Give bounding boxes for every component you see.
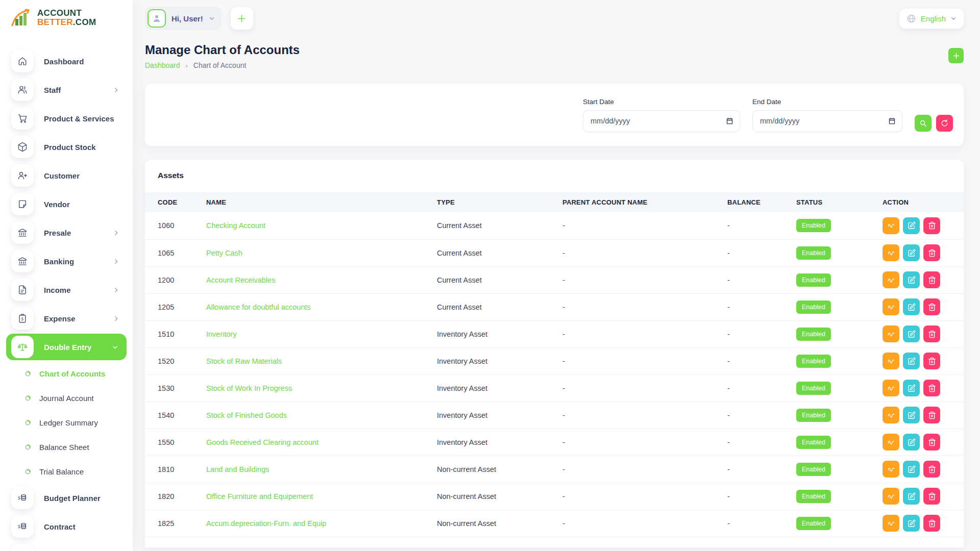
account-name-link[interactable]: Allowance for doubtful accounts [206,303,311,311]
edit-action-button[interactable] [903,271,920,288]
user-menu[interactable]: Hi, User! [145,7,222,30]
bank-icon [11,250,34,272]
edit-action-button[interactable] [903,325,920,342]
sidebar-item-dashboard[interactable]: Dashboard [0,47,133,76]
sidebar-item-label: Budget Planner [44,494,119,503]
delete-action-button[interactable] [923,325,940,342]
sidebar-item-banking[interactable]: Banking [0,247,133,276]
table-row: 1530Stock of Work In ProgressInventory A… [145,374,964,402]
account-name-link[interactable]: Stock of Raw Materials [206,357,282,365]
account-name-link[interactable]: Stock of Work In Progress [206,384,292,392]
edit-action-button[interactable] [903,380,920,396]
status-cell: Enabled [791,483,877,510]
account-name-link[interactable]: Goods Received Clearing account [206,438,318,446]
trash-icon [928,357,936,365]
edit-action-button[interactable] [903,217,920,234]
sidebar-item-budget-planner[interactable]: $Budget Planner [0,484,133,512]
edit-action-button[interactable] [903,353,920,369]
sidebar-subitem-chart-of-accounts[interactable]: Chart of Accounts [0,361,133,386]
delete-action-button[interactable] [923,380,940,396]
delete-action-button[interactable] [923,461,940,478]
activity-action-button[interactable] [883,217,899,234]
end-date-input[interactable] [752,110,902,132]
sidebar-item-product-stock[interactable]: Product Stock [0,133,133,161]
status-cell: Enabled [791,347,877,374]
delete-action-button[interactable] [923,298,940,315]
code-cell: 1205 [145,293,201,320]
edit-action-button[interactable] [903,488,920,505]
account-name-link[interactable]: Stock of Finished Goods [206,411,287,419]
delete-action-button[interactable] [923,244,940,261]
language-selector[interactable]: English [899,9,964,29]
account-name-link[interactable]: Account Receivables [206,276,275,284]
edit-action-button[interactable] [903,298,920,315]
sidebar-item-item[interactable] [0,541,133,551]
brand-logo[interactable]: ACCOUNT BETTER.COM [0,0,133,36]
sidebar-item-contract[interactable]: $Contract [0,512,133,541]
name-cell: Account Receivables [201,266,432,293]
edit-action-button[interactable] [903,407,920,423]
activity-action-button[interactable] [883,515,899,532]
delete-action-button[interactable] [923,488,940,505]
edit-icon [908,357,916,365]
reset-button[interactable] [936,115,953,132]
sidebar-item-customer[interactable]: Customer [0,161,133,190]
code-cell: 1540 [145,402,201,429]
search-button[interactable] [915,115,932,132]
breadcrumb-dashboard-link[interactable]: Dashboard [145,61,180,69]
sidebar-item-income[interactable]: Income [0,276,133,304]
account-name-link[interactable]: Land and Buildings [206,465,269,473]
activity-action-button[interactable] [883,353,899,369]
activity-action-button[interactable] [883,271,899,288]
delete-action-button[interactable] [923,515,940,532]
calendar-icon[interactable] [726,117,733,125]
sidebar-subitem-trial-balance[interactable]: Trial Balance [0,459,133,484]
account-name-link[interactable]: Checking Account [206,221,265,230]
column-header-action: ACTION [877,192,964,212]
delete-action-button[interactable] [923,271,940,288]
account-name-link[interactable]: Petty Cash [206,249,242,257]
brand-chart-icon [10,8,33,28]
edit-action-button[interactable] [903,515,920,532]
account-name-link[interactable]: Inventory [206,330,237,338]
delete-action-button[interactable] [923,217,940,234]
type-cell: Inventory Asset [432,347,557,374]
column-header-code: CODE [145,192,201,212]
sidebar-item-expense[interactable]: $Expense [0,304,133,333]
edit-action-button[interactable] [903,434,920,450]
activity-action-button[interactable] [883,325,899,342]
delete-action-button[interactable] [923,353,940,369]
sidebar-item-product-services[interactable]: Product & Services [0,104,133,133]
activity-action-button[interactable] [883,380,899,396]
sidebar-item-vendor[interactable]: Vendor [0,190,133,218]
sidebar-subitem-ledger-summary[interactable]: Ledger Summary [0,410,133,435]
balance-cell: - [722,510,791,537]
delete-action-button[interactable] [923,407,940,423]
status-cell: Enabled [791,510,877,537]
sidebar-item-presale[interactable]: Presale [0,218,133,247]
activity-icon [887,384,895,392]
activity-action-button[interactable] [883,461,899,478]
activity-action-button[interactable] [883,244,899,261]
edit-action-button[interactable] [903,244,920,261]
action-cell [877,347,964,374]
sidebar-subitem-journal-account[interactable]: Journal Account [0,386,133,410]
sidebar-item-double-entry[interactable]: Double Entry [6,334,127,360]
account-name-link[interactable]: Office Furniture and Equipement [206,492,313,500]
activity-icon [887,465,895,473]
start-date-input[interactable] [583,110,740,132]
account-name-link[interactable]: Accum.depreciation-Furn. and Equip [206,519,326,528]
add-account-button[interactable] [948,48,964,63]
activity-action-button[interactable] [883,298,899,315]
activity-action-button[interactable] [883,434,899,450]
delete-action-button[interactable] [923,434,940,450]
calendar-icon[interactable] [888,117,896,125]
activity-action-button[interactable] [883,488,899,505]
table-row: 1550Goods Received Clearing accountInven… [145,429,964,456]
sidebar-subitem-balance-sheet[interactable]: Balance Sheet [0,435,133,459]
type-cell: Current Asset [432,293,557,320]
sidebar-item-staff[interactable]: Staff [0,76,133,104]
edit-action-button[interactable] [903,461,920,478]
activity-action-button[interactable] [883,407,899,423]
add-workspace-button[interactable] [231,7,253,30]
